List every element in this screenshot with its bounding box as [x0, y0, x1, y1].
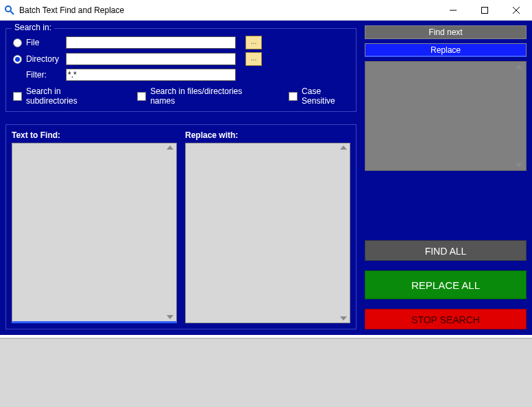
names-label: Search in files/directories names — [150, 86, 254, 106]
find-all-button[interactable]: FIND ALL — [365, 240, 527, 261]
names-option: Search in files/directories names — [137, 86, 254, 106]
find-next-button[interactable]: Find next — [365, 25, 527, 39]
scroll-down-icon — [516, 163, 522, 167]
minimize-button[interactable] — [437, 0, 469, 20]
stop-search-button[interactable]: STOP SEARCH — [365, 309, 527, 329]
window-controls — [437, 0, 532, 20]
filter-label: Filter: — [26, 70, 66, 80]
replace-button[interactable]: Replace — [365, 43, 527, 57]
case-option: Case Sensitive — [289, 86, 349, 106]
file-row: File ... — [13, 36, 349, 49]
maximize-button[interactable] — [469, 0, 500, 20]
file-input[interactable] — [66, 36, 236, 49]
client-area: Search in: File ... Directory ... Filter… — [0, 21, 532, 335]
replace-textarea[interactable] — [185, 143, 350, 323]
find-label: Text to Find: — [12, 130, 177, 140]
results-scrollbar[interactable] — [513, 63, 524, 169]
app-icon — [4, 5, 15, 16]
scroll-up-icon — [167, 146, 173, 150]
find-column: Text to Find: — [12, 130, 177, 323]
directory-row: Directory ... — [13, 52, 349, 66]
scroll-down-icon — [340, 316, 347, 321]
file-browse-button[interactable]: ... — [245, 36, 262, 49]
log-panel[interactable] — [0, 338, 532, 407]
search-in-legend: Search in: — [12, 23, 54, 32]
directory-radio-label: Directory — [26, 54, 66, 64]
directory-browse-button[interactable]: ... — [245, 52, 262, 66]
replace-all-button[interactable]: REPLACE ALL — [365, 270, 527, 299]
left-column: Search in: File ... Directory ... Filter… — [5, 25, 356, 329]
spacer — [365, 171, 527, 231]
names-checkbox[interactable] — [137, 92, 146, 101]
replace-column: Replace with: — [185, 130, 350, 323]
case-checkbox[interactable] — [289, 92, 298, 101]
replace-label: Replace with: — [185, 130, 350, 140]
titlebar: Batch Text Find and Replace — [0, 0, 532, 21]
scroll-down-icon — [167, 315, 173, 319]
results-panel[interactable] — [365, 61, 527, 171]
right-column: Find next Replace FIND ALL REPLACE ALL S… — [365, 25, 527, 329]
scroll-up-icon — [516, 65, 522, 69]
window-title: Batch Text Find and Replace — [19, 5, 124, 15]
case-label: Case Sensitive — [302, 86, 349, 106]
directory-radio[interactable] — [13, 55, 22, 64]
svg-point-0 — [5, 6, 11, 12]
subdirs-checkbox[interactable] — [13, 92, 22, 101]
file-radio[interactable] — [13, 38, 22, 47]
svg-line-1 — [10, 11, 14, 14]
file-radio-label: File — [26, 38, 66, 47]
close-button[interactable] — [500, 0, 532, 20]
textareas-group: Text to Find: Replace with: — [5, 124, 356, 329]
replace-scrollbar[interactable] — [338, 144, 349, 322]
subdirs-option: Search in subdirectories — [13, 86, 103, 106]
svg-rect-3 — [482, 7, 488, 13]
find-textarea[interactable] — [12, 143, 177, 323]
options-row: Search in subdirectories Search in files… — [13, 86, 349, 106]
find-scrollbar[interactable] — [165, 144, 176, 321]
scroll-up-icon — [340, 146, 347, 150]
filter-row: Filter: — [13, 69, 349, 81]
subdirs-label: Search in subdirectories — [26, 86, 103, 106]
filter-input[interactable] — [66, 69, 236, 81]
directory-input[interactable] — [66, 53, 236, 65]
search-in-group: Search in: File ... Directory ... Filter… — [5, 28, 356, 112]
